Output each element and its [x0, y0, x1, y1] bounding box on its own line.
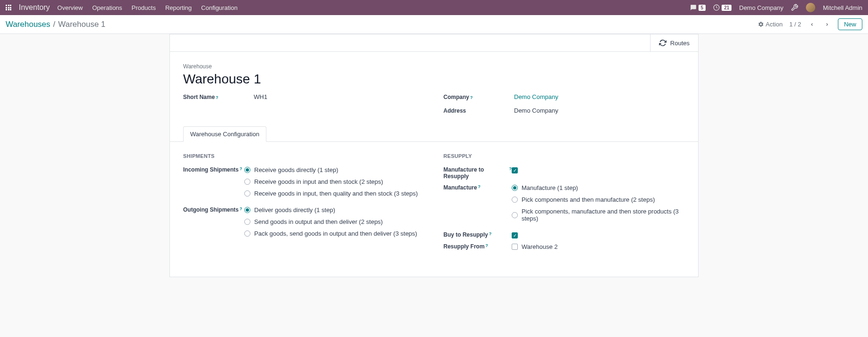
radio-icon — [244, 179, 250, 185]
activities-button[interactable]: 21 — [713, 4, 731, 11]
menu-products[interactable]: Products — [132, 4, 156, 11]
help-icon[interactable]: ? — [216, 95, 218, 100]
resupply-heading: Resupply — [443, 153, 685, 159]
company-value[interactable]: Demo Company — [514, 93, 558, 100]
user-menu[interactable]: Mitchell Admin — [823, 4, 862, 11]
menu-configuration[interactable]: Configuration — [201, 4, 237, 11]
help-icon[interactable]: ? — [240, 166, 242, 173]
routes-button[interactable]: Routes — [650, 34, 698, 51]
action-button[interactable]: Action — [758, 21, 783, 28]
manufacture-to-resupply-checkbox[interactable] — [512, 167, 518, 173]
menu-operations[interactable]: Operations — [92, 4, 122, 11]
manufacture-to-resupply-label: Manufacture to Resupply? — [443, 166, 512, 180]
new-button[interactable]: New — [838, 18, 862, 30]
shipments-section: Shipments Incoming Shipments? Receive go… — [183, 153, 425, 260]
radio-icon — [512, 185, 518, 191]
incoming-option-2steps[interactable]: Receive goods in input and then stock (2… — [244, 178, 425, 185]
menu-overview[interactable]: Overview — [57, 4, 83, 11]
buy-to-resupply-checkbox[interactable] — [512, 232, 518, 238]
address-value[interactable]: Demo Company — [514, 107, 558, 114]
gear-icon — [758, 21, 764, 27]
resupply-section: Resupply Manufacture to Resupply? Manufa… — [443, 153, 685, 260]
breadcrumb-separator: / — [53, 20, 56, 29]
top-nav-right: 5 21 Demo Company Mitchell Admin — [690, 3, 862, 12]
control-bar: Warehouses / Warehouse 1 Action 1 / 2 Ne… — [0, 15, 868, 34]
pager-next[interactable] — [823, 21, 831, 28]
tabs: Warehouse Configuration — [170, 126, 698, 142]
top-nav: Inventory Overview Operations Products R… — [0, 0, 868, 15]
help-icon[interactable]: ? — [485, 243, 488, 250]
short-name-label: Short Name? — [183, 94, 254, 100]
main-menu: Overview Operations Products Reporting C… — [57, 4, 238, 11]
incoming-shipments-label: Incoming Shipments? — [183, 166, 244, 173]
radio-icon — [244, 230, 250, 237]
chevron-right-icon — [825, 21, 829, 28]
apps-icon[interactable] — [6, 5, 11, 10]
pager-prev[interactable] — [808, 21, 816, 28]
control-right: Action 1 / 2 New — [758, 18, 862, 30]
manufacture-option-1step[interactable]: Manufacture (1 step) — [512, 184, 685, 191]
debug-icon[interactable] — [791, 4, 798, 11]
statusbar: Routes — [170, 34, 698, 52]
messages-badge: 5 — [699, 5, 706, 11]
resupply-from-label: Resupply From? — [443, 243, 512, 250]
outgoing-option-1step[interactable]: Deliver goods directly (1 step) — [244, 206, 425, 214]
company-label: Company? — [443, 94, 514, 100]
breadcrumb-current: Warehouse 1 — [58, 20, 105, 29]
radio-icon — [244, 207, 250, 213]
short-name-value[interactable]: WH1 — [254, 93, 267, 100]
incoming-option-3steps[interactable]: Receive goods in input, then quality and… — [244, 190, 425, 197]
help-icon[interactable]: ? — [240, 206, 242, 213]
help-icon[interactable]: ? — [470, 95, 473, 100]
breadcrumb: Warehouses / Warehouse 1 — [6, 20, 105, 29]
chevron-left-icon — [810, 21, 814, 28]
form-body: Warehouse Warehouse 1 Short Name? WH1 Co… — [170, 52, 698, 121]
pager[interactable]: 1 / 2 — [789, 21, 801, 28]
radio-icon — [244, 190, 250, 197]
outgoing-shipments-label: Outgoing Shipments? — [183, 206, 244, 213]
menu-reporting[interactable]: Reporting — [165, 4, 192, 11]
manufacture-option-3steps[interactable]: Pick components, manufacture and then st… — [512, 208, 685, 222]
app-brand[interactable]: Inventory — [19, 3, 50, 12]
chat-icon — [690, 4, 697, 11]
manufacture-option-2steps[interactable]: Pick components and then manufacture (2 … — [512, 196, 685, 203]
refresh-icon — [659, 39, 667, 47]
tab-content: Shipments Incoming Shipments? Receive go… — [170, 142, 698, 277]
radio-icon — [512, 212, 518, 218]
breadcrumb-parent[interactable]: Warehouses — [6, 20, 50, 29]
company-selector[interactable]: Demo Company — [739, 4, 783, 11]
outgoing-option-3steps[interactable]: Pack goods, send goods in output and the… — [244, 230, 425, 237]
resupply-from-option[interactable]: Warehouse 2 — [512, 243, 685, 250]
help-icon[interactable]: ? — [478, 184, 481, 191]
address-label: Address — [443, 107, 514, 114]
radio-icon — [244, 219, 250, 225]
shipments-heading: Shipments — [183, 153, 425, 159]
help-icon[interactable]: ? — [489, 231, 492, 238]
form-sheet: Routes Warehouse Warehouse 1 Short Name?… — [169, 34, 699, 277]
radio-icon — [512, 197, 518, 203]
incoming-option-1step[interactable]: Receive goods directly (1 step) — [244, 166, 425, 173]
routes-label: Routes — [670, 40, 690, 47]
avatar[interactable] — [806, 3, 815, 12]
warehouse-name[interactable]: Warehouse 1 — [183, 72, 685, 87]
top-nav-left: Inventory Overview Operations Products R… — [6, 3, 238, 12]
outgoing-option-2steps[interactable]: Send goods in output and then deliver (2… — [244, 218, 425, 225]
warehouse-field-label: Warehouse — [183, 63, 685, 70]
buy-to-resupply-label: Buy to Resupply? — [443, 231, 512, 238]
clock-icon — [713, 4, 720, 11]
activities-badge: 21 — [722, 5, 731, 11]
tab-warehouse-configuration[interactable]: Warehouse Configuration — [183, 126, 266, 142]
messages-button[interactable]: 5 — [690, 4, 706, 11]
resupply-from-checkbox — [512, 244, 518, 250]
action-label: Action — [766, 21, 783, 28]
form-container: Routes Warehouse Warehouse 1 Short Name?… — [0, 34, 868, 277]
manufacture-label: Manufacture? — [443, 184, 512, 191]
radio-icon — [244, 167, 250, 173]
